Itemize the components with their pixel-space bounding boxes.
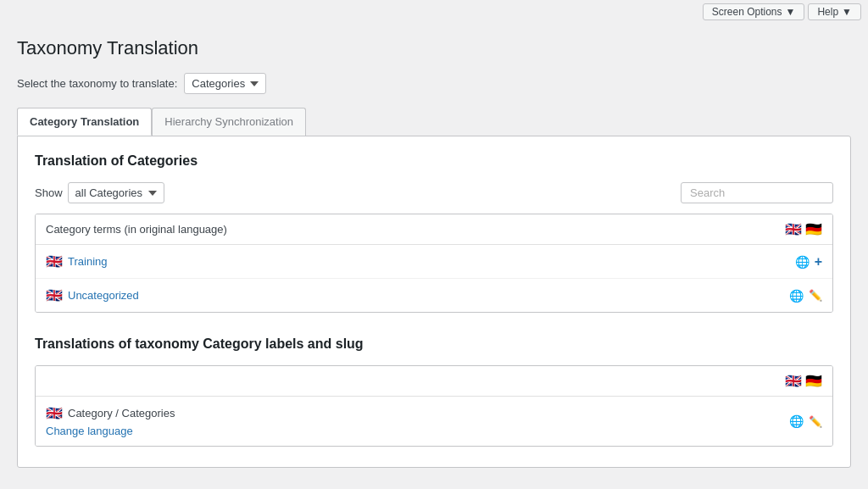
row-actions-training: 🌐 + (795, 254, 822, 270)
labels-section: Translations of taxonomy Category labels… (35, 336, 833, 447)
tab-category-translation-label: Category Translation (30, 115, 139, 128)
top-bar: Screen Options ▼ Help ▼ (0, 0, 868, 24)
labels-row-term-col: 🇬🇧 Category / Categories Change language (46, 405, 789, 437)
filter-row: Show all Categories Untranslated (35, 182, 833, 203)
taxonomy-select-row: Select the taxonomy to translate: Catego… (17, 73, 851, 94)
labels-header-flags: 🇬🇧 🇩🇪 (785, 373, 822, 389)
row-term-training: 🇬🇧 Training (46, 253, 795, 270)
globe-icon-labels: 🌐 (789, 414, 804, 428)
labels-header: 🇬🇧 🇩🇪 (36, 366, 832, 397)
table-row: 🇬🇧 Uncategorized 🌐 ✏️ (36, 279, 832, 312)
row-actions-uncategorized: 🌐 ✏️ (789, 289, 822, 303)
filter-left: Show all Categories Untranslated (35, 182, 164, 203)
pencil-icon-uncategorized[interactable]: ✏️ (809, 289, 822, 302)
filter-label: Show (35, 186, 63, 199)
help-label: Help (817, 6, 838, 18)
globe-icon-uncategorized: 🌐 (789, 289, 804, 303)
row-term-uncategorized: 🇬🇧 Uncategorized (46, 287, 789, 303)
labels-row-term-inline: 🇬🇧 Category / Categories (46, 405, 789, 421)
labels-table: 🇬🇧 🇩🇪 🇬🇧 Category / Categories Change la… (35, 365, 833, 447)
labels-row-flag: 🇬🇧 (46, 405, 63, 421)
taxonomy-select-label: Select the taxonomy to translate: (17, 77, 177, 90)
row-link-uncategorized[interactable]: Uncategorized (68, 289, 139, 302)
tab-category-translation[interactable]: Category Translation (17, 108, 152, 136)
screen-options-button[interactable]: Screen Options ▼ (703, 3, 805, 20)
table-row: 🇬🇧 Training 🌐 + (36, 245, 832, 279)
translation-section-title: Translation of Categories (35, 153, 833, 169)
tabs-container: Category Translation Hierarchy Synchroni… (17, 108, 851, 136)
screen-options-label: Screen Options (712, 6, 782, 18)
categories-table: Category terms (in original language) 🇬🇧… (35, 214, 833, 313)
header-flag-gb: 🇬🇧 (785, 221, 802, 237)
tab-hierarchy-synchronization-label: Hierarchy Synchronization (164, 115, 293, 128)
help-button[interactable]: Help ▼ (808, 3, 861, 20)
page-content: Taxonomy Translation Select the taxonomy… (0, 24, 868, 485)
row-flag-uncategorized: 🇬🇧 (46, 287, 63, 303)
plus-icon-training[interactable]: + (815, 254, 822, 270)
main-panel: Translation of Categories Show all Categ… (17, 136, 851, 468)
labels-row-actions: 🌐 ✏️ (789, 414, 822, 428)
help-chevron: ▼ (842, 6, 852, 18)
change-language-link[interactable]: Change language (46, 425, 789, 437)
header-flag-de: 🇩🇪 (805, 221, 822, 237)
header-term-col: Category terms (in original language) (46, 223, 785, 236)
labels-row-name: Category / Categories (68, 407, 175, 420)
row-link-training[interactable]: Training (68, 255, 107, 268)
labels-section-title: Translations of taxonomy Category labels… (35, 336, 833, 352)
pencil-icon-labels[interactable]: ✏️ (809, 415, 822, 428)
table-header: Category terms (in original language) 🇬🇧… (36, 214, 832, 245)
page-title: Taxonomy Translation (17, 37, 851, 59)
screen-options-chevron: ▼ (786, 6, 796, 18)
labels-row: 🇬🇧 Category / Categories Change language… (36, 397, 832, 446)
labels-header-flag-de: 🇩🇪 (805, 373, 822, 389)
globe-icon-training: 🌐 (795, 255, 810, 269)
taxonomy-select[interactable]: Categories Tags (184, 73, 266, 94)
search-input[interactable] (681, 182, 833, 203)
row-flag-training: 🇬🇧 (46, 253, 63, 270)
header-flags: 🇬🇧 🇩🇪 (785, 221, 822, 237)
translation-section: Translation of Categories Show all Categ… (35, 153, 833, 313)
tab-hierarchy-synchronization[interactable]: Hierarchy Synchronization (152, 108, 306, 136)
filter-select[interactable]: all Categories Untranslated (68, 182, 164, 203)
labels-header-flag-gb: 🇬🇧 (785, 373, 802, 389)
